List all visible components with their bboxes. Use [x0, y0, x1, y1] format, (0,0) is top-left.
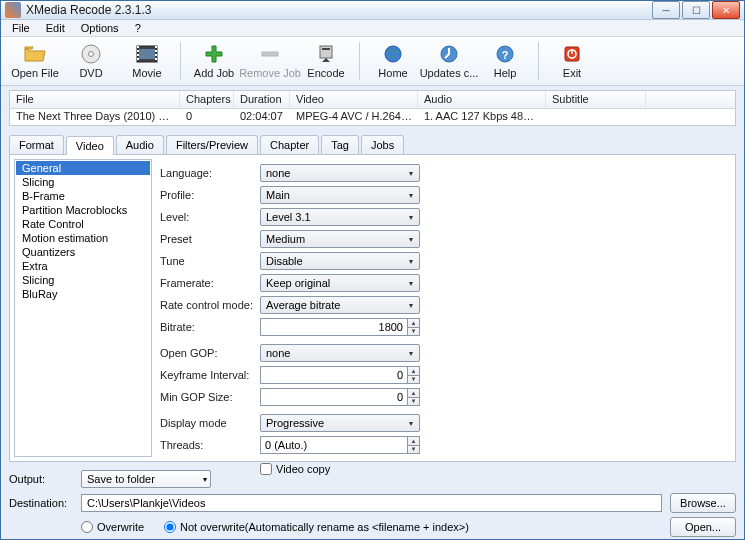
svg-rect-12	[262, 52, 278, 56]
open-button[interactable]: Open...	[670, 517, 736, 537]
sidebar-item-general[interactable]: General	[16, 161, 150, 175]
tab-format[interactable]: Format	[9, 135, 64, 154]
mingop-spinner[interactable]: ▲▼	[260, 388, 420, 406]
svg-rect-6	[137, 54, 139, 56]
output-select[interactable]: Save to folder	[81, 470, 211, 488]
spin-down[interactable]: ▼	[407, 327, 420, 337]
dvd-icon	[80, 43, 102, 65]
minus-icon	[259, 43, 281, 65]
sidebar-item-motion[interactable]: Motion estimation	[16, 231, 150, 245]
encode-button[interactable]: Encode	[298, 39, 354, 83]
spin-down[interactable]: ▼	[407, 397, 420, 407]
framerate-select[interactable]: Keep original	[260, 274, 420, 292]
spin-up[interactable]: ▲	[407, 318, 420, 327]
kfi-spinner[interactable]: ▲▼	[260, 366, 420, 384]
menu-help[interactable]: ?	[128, 20, 148, 36]
sidebar-item-extra[interactable]: Extra	[16, 259, 150, 273]
display-label: Display mode	[160, 417, 260, 429]
opengop-select[interactable]: none	[260, 344, 420, 362]
tab-tag[interactable]: Tag	[321, 135, 359, 154]
bitrate-label: Bitrate:	[160, 321, 260, 333]
movie-icon	[136, 43, 158, 65]
help-label: Help	[494, 67, 517, 79]
updates-button[interactable]: Updates c...	[421, 39, 477, 83]
tab-jobs[interactable]: Jobs	[361, 135, 404, 154]
svg-rect-8	[155, 46, 157, 48]
svg-rect-13	[320, 46, 332, 58]
dvd-button[interactable]: DVD	[63, 39, 119, 83]
language-select[interactable]: none	[260, 164, 420, 182]
updates-icon	[438, 43, 460, 65]
framerate-label: Framerate:	[160, 277, 260, 289]
table-row[interactable]: The Next Three Days (2010) MV4 NL ... 0 …	[10, 109, 735, 125]
add-job-label: Add Job	[194, 67, 234, 79]
threads-input[interactable]	[260, 436, 407, 454]
overwrite-input[interactable]	[81, 521, 93, 533]
col-file[interactable]: File	[10, 91, 180, 108]
open-file-button[interactable]: Open File	[7, 39, 63, 83]
app-icon	[5, 2, 21, 18]
overwrite-radio[interactable]: Overwrite	[81, 521, 144, 533]
threads-spinner[interactable]: ▲▼	[260, 436, 420, 454]
level-label: Level:	[160, 211, 260, 223]
tab-filters[interactable]: Filters/Preview	[166, 135, 258, 154]
destination-input[interactable]	[81, 494, 662, 512]
movie-button[interactable]: Movie	[119, 39, 175, 83]
preset-select[interactable]: Medium	[260, 230, 420, 248]
tab-audio[interactable]: Audio	[116, 135, 164, 154]
not-overwrite-radio[interactable]: Not overwrite(Automatically rename as <f…	[164, 521, 469, 533]
svg-rect-4	[137, 46, 139, 48]
spin-up[interactable]: ▲	[407, 366, 420, 375]
home-button[interactable]: Home	[365, 39, 421, 83]
window-title: XMedia Recode 2.3.1.3	[26, 3, 652, 17]
maximize-button[interactable]: ☐	[682, 1, 710, 19]
mingop-label: Min GOP Size:	[160, 391, 260, 403]
help-button[interactable]: ? Help	[477, 39, 533, 83]
rcm-select[interactable]: Average bitrate	[260, 296, 420, 314]
app-window: XMedia Recode 2.3.1.3 ─ ☐ ✕ File Edit Op…	[0, 0, 745, 540]
col-subtitle[interactable]: Subtitle	[546, 91, 646, 108]
display-select[interactable]: Progressive	[260, 414, 420, 432]
profile-select[interactable]: Main	[260, 186, 420, 204]
menu-file[interactable]: File	[5, 20, 37, 36]
spin-up[interactable]: ▲	[407, 436, 420, 445]
tab-chapter[interactable]: Chapter	[260, 135, 319, 154]
col-video[interactable]: Video	[290, 91, 418, 108]
spin-down[interactable]: ▼	[407, 445, 420, 455]
sidebar-item-bluray[interactable]: BluRay	[16, 287, 150, 301]
tune-select[interactable]: Disable	[260, 252, 420, 270]
sidebar-item-slicing[interactable]: Slicing	[16, 175, 150, 189]
video-sidebar[interactable]: General Slicing B-Frame Partition Macrob…	[14, 159, 152, 457]
browse-button[interactable]: Browse...	[670, 493, 736, 513]
menu-options[interactable]: Options	[74, 20, 126, 36]
remove-job-button: Remove Job	[242, 39, 298, 83]
minimize-button[interactable]: ─	[652, 1, 680, 19]
sidebar-item-quantizers[interactable]: Quantizers	[16, 245, 150, 259]
sidebar-item-ratecontrol[interactable]: Rate Control	[16, 217, 150, 231]
col-audio[interactable]: Audio	[418, 91, 546, 108]
svg-rect-10	[155, 54, 157, 56]
titlebar[interactable]: XMedia Recode 2.3.1.3 ─ ☐ ✕	[1, 1, 744, 20]
sidebar-item-slicing2[interactable]: Slicing	[16, 273, 150, 287]
file-list[interactable]: File Chapters Duration Video Audio Subti…	[9, 90, 736, 126]
not-overwrite-input[interactable]	[164, 521, 176, 533]
add-job-button[interactable]: Add Job	[186, 39, 242, 83]
col-chapters[interactable]: Chapters	[180, 91, 234, 108]
sidebar-item-bframe[interactable]: B-Frame	[16, 189, 150, 203]
bitrate-input[interactable]	[260, 318, 407, 336]
bitrate-spinner[interactable]: ▲▼	[260, 318, 420, 336]
tab-video[interactable]: Video	[66, 136, 114, 155]
close-button[interactable]: ✕	[712, 1, 740, 19]
overwrite-label: Overwrite	[97, 521, 144, 533]
dvd-label: DVD	[79, 67, 102, 79]
exit-button[interactable]: Exit	[544, 39, 600, 83]
sidebar-item-partition[interactable]: Partition Macroblocks	[16, 203, 150, 217]
menu-edit[interactable]: Edit	[39, 20, 72, 36]
cell-chapters: 0	[180, 109, 234, 125]
level-select[interactable]: Level 3.1	[260, 208, 420, 226]
kfi-input[interactable]	[260, 366, 407, 384]
mingop-input[interactable]	[260, 388, 407, 406]
col-duration[interactable]: Duration	[234, 91, 290, 108]
spin-down[interactable]: ▼	[407, 375, 420, 385]
spin-up[interactable]: ▲	[407, 388, 420, 397]
